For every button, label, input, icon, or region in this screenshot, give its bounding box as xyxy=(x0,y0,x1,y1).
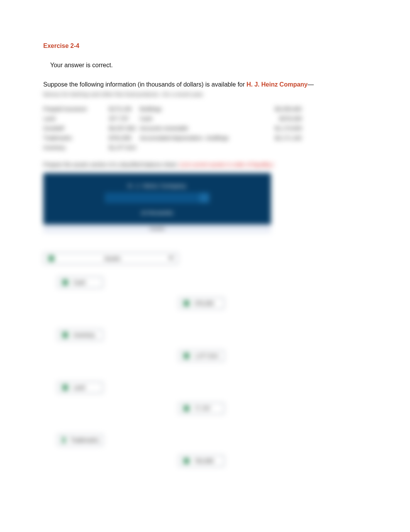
company-header: H. J. Heinz Company xyxy=(128,183,186,189)
cell-label: Land xyxy=(43,114,109,124)
amount-value: 378,283 xyxy=(194,300,214,306)
answer-form: ✓ Assets ✓ Cash ✓ 378,283 xyxy=(43,252,364,467)
section-strip: Assets xyxy=(43,224,271,233)
correct-icon: ✓ xyxy=(62,279,68,286)
cell-value: $378,283 xyxy=(263,114,302,124)
cell-value: $77,797 xyxy=(109,114,140,124)
intro-paragraph: Suppose the following information (in th… xyxy=(43,80,364,89)
instruction-line: Prepare the assets section of a classifi… xyxy=(43,161,364,168)
dropdown-value: Inventory xyxy=(73,332,95,338)
table-row: Inventory $1,377,614 xyxy=(43,143,364,153)
cell-label: Goodwill xyxy=(43,124,109,133)
cell-value: $4,037,662 xyxy=(109,124,140,133)
instruction-black: Prepare the assets section of a classifi… xyxy=(43,161,178,168)
item-dropdown[interactable]: ✓ Cash xyxy=(57,276,103,289)
amount-input[interactable]: ✓ 762,695 xyxy=(178,455,225,467)
correct-icon: ✓ xyxy=(183,405,190,411)
cell-value: $4,039,482 xyxy=(263,104,302,114)
cell-label: Accumulated depreciation—buildings xyxy=(140,133,263,143)
answer-status: Your answer is correct. xyxy=(50,62,364,69)
correct-icon: ✓ xyxy=(183,300,190,306)
dropdown-value: Assets xyxy=(104,255,120,262)
cell-value: $1,377,614 xyxy=(109,143,140,153)
data-table: Prepaid insurance $170,139 Buildings $4,… xyxy=(43,104,364,153)
instruction-red: (List current assets in order of liquidi… xyxy=(180,161,273,168)
units-label: (in thousands) xyxy=(141,210,173,216)
cell-label: Prepaid insurance xyxy=(43,104,109,114)
locked-content: famous for ketchup and other fine food p… xyxy=(43,91,364,467)
cell-label: Accounts receivable xyxy=(140,124,263,133)
dropdown-value: Trademarks xyxy=(70,437,99,443)
amount-value: 1,377,614 xyxy=(194,353,218,359)
cell-label: Cash xyxy=(140,114,263,124)
cell-value: $762,695 xyxy=(109,133,140,143)
correct-icon: ✓ xyxy=(183,458,190,464)
balance-sheet-header: H. J. Heinz Company (in thousands) xyxy=(43,173,271,225)
amount-input[interactable]: ✓ 378,283 xyxy=(178,297,225,309)
table-row: Land $77,797 Cash $378,283 xyxy=(43,114,364,124)
cell-label xyxy=(140,143,263,153)
dropdown-value: Land xyxy=(73,384,85,391)
table-row: Trademarks $762,695 Accumulated deprecia… xyxy=(43,133,364,143)
amount-input[interactable]: ✓ 1,377,614 xyxy=(178,350,225,362)
amount-value: 77,797 xyxy=(194,405,211,411)
answer-status-text: Your answer is correct. xyxy=(50,62,113,68)
cell-value: $170,139 xyxy=(109,104,140,114)
item-dropdown[interactable]: ✓ Inventory xyxy=(57,329,103,341)
cell-value xyxy=(263,143,302,153)
table-row: Prepaid insurance $170,139 Buildings $4,… xyxy=(43,104,364,114)
amount-value: 762,695 xyxy=(194,458,214,464)
amount-input[interactable]: ✓ 77,797 xyxy=(178,402,225,415)
cell-label: Buildings xyxy=(140,104,263,114)
intro-lead: Suppose the following information (in th… xyxy=(43,81,247,88)
exercise-title: Exercise 2-4 xyxy=(43,42,364,49)
intro-tail: — xyxy=(308,81,314,88)
cell-label: Inventory xyxy=(43,143,109,153)
correct-icon: ✓ xyxy=(48,255,54,262)
section-dropdown[interactable]: ✓ Assets xyxy=(43,252,178,265)
item-dropdown[interactable]: ✓ Land xyxy=(57,381,103,394)
correct-icon: ✓ xyxy=(183,353,190,359)
header-input[interactable] xyxy=(105,193,209,203)
correct-icon: ✓ xyxy=(62,437,66,443)
correct-icon: ✓ xyxy=(62,384,68,391)
chevron-down-icon xyxy=(169,257,173,260)
intro-subline: famous for ketchup and other fine food p… xyxy=(43,91,364,97)
table-row: Goodwill $4,037,662 Accounts receivable … xyxy=(43,124,364,133)
cell-value: $1,173,003 xyxy=(263,124,302,133)
dropdown-icon xyxy=(200,193,209,202)
cell-value: $2,171,162 xyxy=(263,133,302,143)
dropdown-value: Cash xyxy=(73,279,86,286)
cell-label: Trademarks xyxy=(43,133,109,143)
company-name: H. J. Heinz Company xyxy=(247,81,308,88)
correct-icon: ✓ xyxy=(62,332,68,338)
item-dropdown[interactable]: ✓ Trademarks xyxy=(57,434,103,446)
